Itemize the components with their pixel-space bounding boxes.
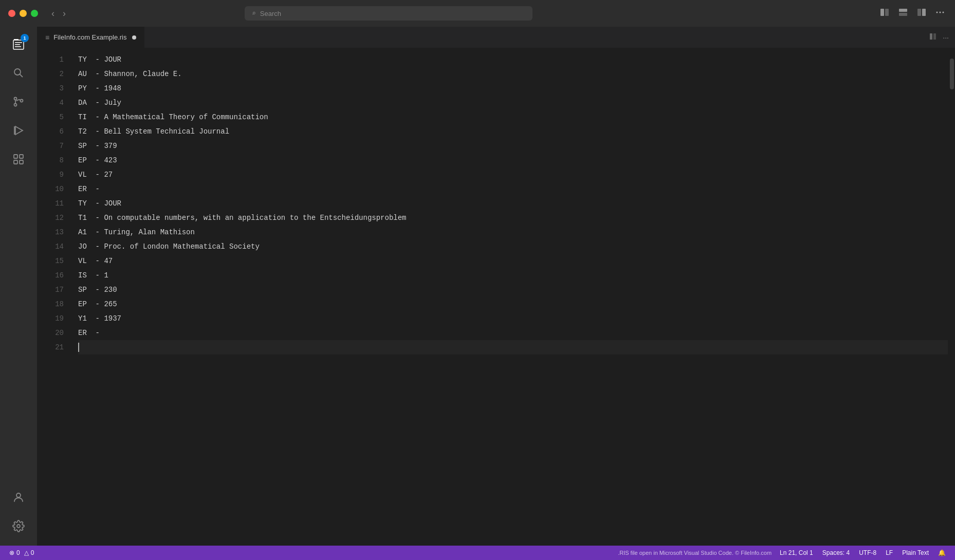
- status-left: ⊗ 0 △ 0: [5, 549, 38, 556]
- status-line-ending[interactable]: LF: [881, 546, 897, 560]
- title-bar-right: [878, 6, 947, 21]
- sidebar-item-run[interactable]: [5, 117, 32, 144]
- sidebar-item-explorer[interactable]: 1: [5, 31, 32, 58]
- editor-content: 123456789101112131415161718192021 TY - J…: [37, 48, 955, 546]
- maximize-button[interactable]: [31, 10, 38, 17]
- error-count: 0: [16, 549, 20, 556]
- explorer-badge: 1: [21, 34, 29, 42]
- line-number-10: 10: [37, 182, 64, 196]
- code-line-17: SP - 230: [78, 283, 948, 297]
- code-line-14: JO - Proc. of London Mathematical Societ…: [78, 239, 948, 254]
- svg-rect-22: [20, 155, 23, 158]
- code-line-3: PY - 1948: [78, 81, 948, 96]
- main-area: 1: [0, 27, 955, 546]
- line-numbers: 123456789101112131415161718192021: [37, 48, 70, 546]
- traffic-lights: [8, 10, 38, 17]
- line-number-20: 20: [37, 326, 64, 340]
- status-right: Ln 21, Col 1 Spaces: 4 UTF-8 LF Plain Te…: [776, 546, 950, 560]
- sidebar-item-account[interactable]: [5, 484, 32, 511]
- svg-rect-27: [930, 33, 932, 40]
- svg-point-26: [17, 525, 20, 528]
- code-line-5: TI - A Mathematical Theory of Communicat…: [78, 110, 948, 124]
- svg-rect-28: [933, 33, 936, 40]
- line-number-14: 14: [37, 239, 64, 254]
- svg-rect-12: [15, 44, 20, 45]
- line-number-1: 1: [37, 52, 64, 67]
- activity-bar: 1: [0, 27, 37, 546]
- line-number-2: 2: [37, 67, 64, 81]
- code-line-1: TY - JOUR: [78, 52, 948, 67]
- search-bar[interactable]: ⌕ Search: [245, 6, 532, 21]
- svg-rect-5: [922, 9, 926, 16]
- scrollbar-thumb[interactable]: [950, 59, 954, 89]
- line-number-5: 5: [37, 110, 64, 124]
- line-number-19: 19: [37, 311, 64, 326]
- svg-point-7: [940, 12, 941, 13]
- line-number-21: 21: [37, 340, 64, 354]
- status-encoding[interactable]: UTF-8: [855, 546, 880, 560]
- search-placeholder: Search: [260, 10, 281, 17]
- svg-rect-11: [15, 42, 22, 43]
- line-number-18: 18: [37, 297, 64, 311]
- svg-point-8: [943, 12, 944, 13]
- split-vertical-icon[interactable]: [915, 6, 928, 21]
- file-icon: ≡: [45, 33, 49, 42]
- sidebar-item-search[interactable]: [5, 60, 32, 86]
- status-line-col[interactable]: Ln 21, Col 1: [776, 546, 817, 560]
- line-number-16: 16: [37, 268, 64, 283]
- warning-count: 0: [31, 549, 34, 556]
- line-number-8: 8: [37, 153, 64, 167]
- status-spaces[interactable]: Spaces: 4: [818, 546, 854, 560]
- line-number-3: 3: [37, 81, 64, 96]
- code-line-20: ER -: [78, 326, 948, 340]
- svg-marker-19: [15, 126, 23, 135]
- line-number-17: 17: [37, 283, 64, 297]
- svg-point-18: [21, 100, 23, 102]
- nav-arrows: ‹ ›: [48, 7, 69, 20]
- code-line-12: T1 - On computable numbers, with an appl…: [78, 211, 948, 225]
- notifications-icon[interactable]: 🔔: [934, 546, 950, 560]
- svg-point-6: [936, 12, 938, 13]
- svg-rect-21: [14, 155, 17, 158]
- scrollbar[interactable]: [948, 48, 955, 546]
- code-line-11: TY - JOUR: [78, 196, 948, 211]
- line-number-13: 13: [37, 225, 64, 239]
- line-number-11: 11: [37, 196, 64, 211]
- code-line-10: ER -: [78, 182, 948, 196]
- svg-rect-2: [899, 9, 907, 12]
- text-cursor: [78, 343, 79, 352]
- line-number-7: 7: [37, 139, 64, 153]
- svg-rect-24: [20, 160, 23, 164]
- code-line-9: VL - 27: [78, 167, 948, 182]
- line-number-4: 4: [37, 96, 64, 110]
- status-errors[interactable]: ⊗ 0 △ 0: [5, 549, 38, 556]
- code-area[interactable]: TY - JOURAU - Shannon, Claude E.PY - 194…: [70, 48, 948, 546]
- code-line-15: VL - 47: [78, 254, 948, 268]
- code-line-4: DA - July: [78, 96, 948, 110]
- svg-line-15: [20, 74, 23, 78]
- line-number-12: 12: [37, 211, 64, 225]
- sidebar-item-extensions[interactable]: [5, 146, 32, 173]
- layout-icon[interactable]: [896, 6, 910, 21]
- line-number-9: 9: [37, 167, 64, 182]
- code-line-7: SP - 379: [78, 139, 948, 153]
- split-editor-icon[interactable]: [878, 6, 891, 21]
- close-button[interactable]: [8, 10, 15, 17]
- more-actions-icon[interactable]: [933, 6, 947, 21]
- editor-area: ≡ FileInfo.com Example.ris ··· 123456789…: [37, 27, 955, 546]
- more-tab-actions-button[interactable]: ···: [941, 31, 951, 44]
- tab-title: FileInfo.com Example.ris: [53, 33, 126, 41]
- code-line-6: T2 - Bell System Technical Journal: [78, 124, 948, 139]
- forward-button[interactable]: ›: [60, 7, 69, 20]
- minimize-button[interactable]: [20, 10, 27, 17]
- sidebar-item-settings[interactable]: [5, 513, 32, 539]
- title-bar: ‹ › ⌕ Search: [0, 0, 955, 27]
- file-tab[interactable]: ≡ FileInfo.com Example.ris: [37, 27, 145, 48]
- status-language[interactable]: Plain Text: [898, 546, 933, 560]
- split-tab-button[interactable]: [927, 31, 939, 44]
- code-line-13: A1 - Turing, Alan Mathison: [78, 225, 948, 239]
- tab-actions: ···: [927, 27, 955, 48]
- warning-icon: △: [24, 549, 29, 556]
- back-button[interactable]: ‹: [48, 7, 58, 20]
- sidebar-item-source-control[interactable]: [5, 88, 32, 115]
